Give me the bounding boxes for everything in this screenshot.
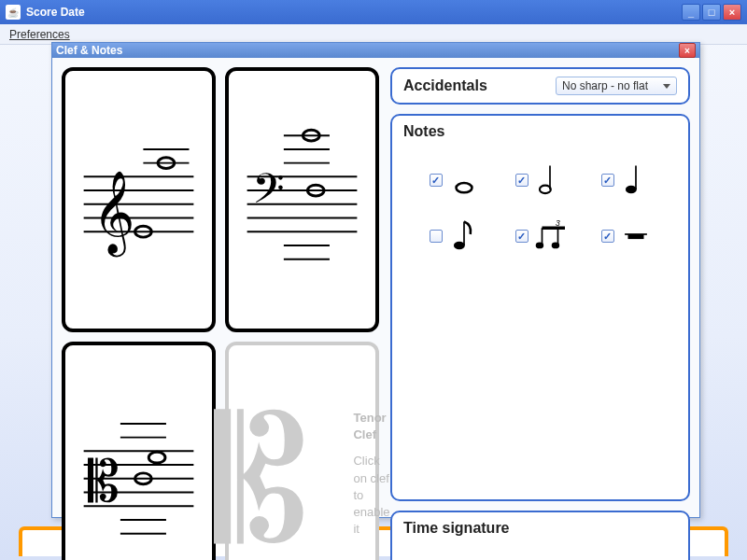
svg-point-36 — [456, 183, 472, 192]
clef-grid: 𝄞 𝄢 — [62, 67, 379, 560]
accidentals-select[interactable]: No sharp - no flat — [556, 77, 677, 95]
svg-point-37 — [539, 186, 550, 193]
time-signature-panel: Time signature 44243468 — [390, 511, 690, 560]
tenor-hint: Click on clef to enable it — [353, 453, 389, 538]
accidentals-panel: Accidentals No sharp - no flat — [390, 67, 690, 105]
rest-note-icon — [620, 218, 652, 254]
note-option-quarter[interactable]: ✓ — [601, 162, 652, 198]
svg-text:𝄡: 𝄡 — [214, 387, 309, 560]
main-window-titlebar: ☕ Score Date _ □ × — [0, 0, 747, 24]
svg-text:𝄞: 𝄞 — [92, 171, 135, 258]
checkbox-icon: ✓ — [601, 174, 614, 187]
svg-text:3: 3 — [555, 218, 559, 228]
quarter-note-icon — [620, 162, 652, 198]
accidentals-value: No sharp - no flat — [562, 79, 648, 92]
checkbox-icon: ✓ — [601, 230, 614, 243]
close-button[interactable]: × — [723, 4, 741, 21]
eighth-note-icon — [448, 218, 480, 254]
clef-card-alto[interactable]: 𝄡 — [62, 342, 216, 560]
notes-label: Notes — [403, 123, 677, 140]
tenor-title: Tenor Clef — [353, 410, 389, 443]
minimize-button[interactable]: _ — [682, 4, 700, 21]
checkbox-icon: ✓ — [515, 174, 529, 187]
half-note-icon — [534, 162, 566, 198]
bass-clef-icon: 𝄢 — [229, 71, 375, 329]
note-option-triplet[interactable]: ✓3 — [515, 218, 566, 254]
svg-point-41 — [453, 242, 464, 249]
svg-point-49 — [551, 242, 558, 248]
java-icon: ☕ — [6, 5, 21, 20]
svg-text:𝄢: 𝄢 — [252, 166, 285, 222]
svg-text:𝄡: 𝄡 — [88, 451, 120, 513]
checkbox-icon: ✓ — [515, 230, 529, 243]
triplet-note-icon: 3 — [534, 218, 566, 254]
time-signature-label: Time signature — [403, 520, 677, 537]
checkbox-icon: ✓ — [430, 174, 443, 187]
clef-card-bass[interactable]: 𝄢 — [225, 67, 379, 332]
svg-point-33 — [148, 452, 165, 463]
note-option-half[interactable]: ✓ — [515, 162, 566, 198]
clef-notes-dialog: Clef & Notes × 𝄞 — [51, 42, 700, 518]
notes-panel: Notes ✓✓✓✓3✓ — [390, 114, 690, 501]
accidentals-label: Accidentals — [403, 77, 546, 94]
tenor-clef-icon: 𝄡 — [214, 353, 345, 560]
note-option-whole[interactable]: ✓ — [430, 162, 480, 198]
checkbox-icon — [430, 230, 443, 243]
svg-point-48 — [535, 242, 543, 248]
dialog-title: Clef & Notes — [56, 44, 122, 57]
dialog-titlebar: Clef & Notes × — [52, 43, 699, 58]
svg-point-39 — [625, 186, 636, 193]
note-option-eighth[interactable] — [430, 218, 480, 254]
note-option-rest[interactable]: ✓ — [601, 218, 652, 254]
whole-note-icon — [448, 162, 480, 198]
alto-clef-icon: 𝄡 — [65, 345, 212, 560]
dialog-close-button[interactable]: × — [679, 43, 696, 58]
clef-card-treble[interactable]: 𝄞 — [62, 67, 216, 332]
treble-clef-icon: 𝄞 — [65, 71, 212, 329]
maximize-button[interactable]: □ — [702, 4, 721, 21]
clef-card-tenor[interactable]: 𝄡 Tenor Clef Click on clef to enable it — [225, 342, 379, 560]
menu-preferences[interactable]: Preferences — [4, 26, 76, 43]
main-window-title: Score Date — [26, 6, 85, 19]
